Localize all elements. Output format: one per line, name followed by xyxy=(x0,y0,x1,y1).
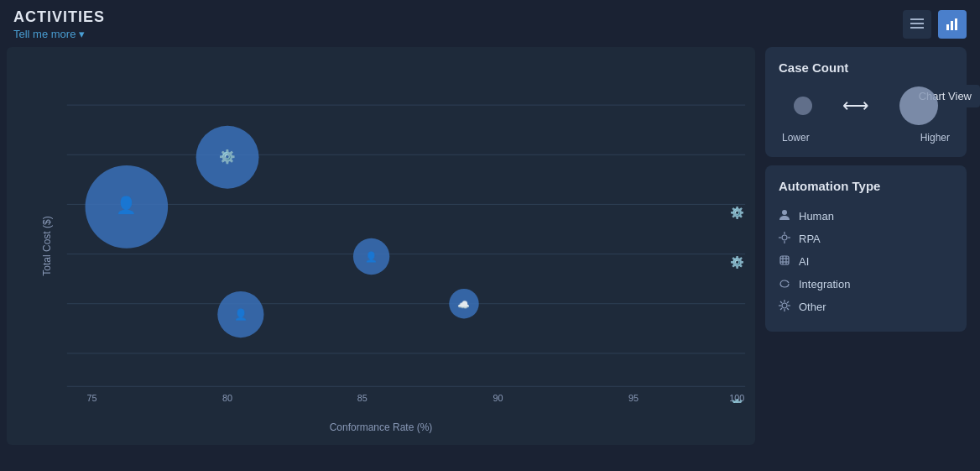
svg-text:⚙️: ⚙️ xyxy=(730,206,745,220)
svg-rect-1 xyxy=(910,23,924,24)
list-item: AI xyxy=(779,250,953,273)
automation-type-title: Automation Type xyxy=(779,179,953,193)
higher-label: Higher xyxy=(920,132,950,144)
other-label: Other xyxy=(799,301,826,313)
main-content: Total Cost ($) Conformance Rate (%) 1500… xyxy=(0,40,980,452)
svg-text:👤: 👤 xyxy=(116,195,137,215)
svg-point-40 xyxy=(782,235,787,240)
svg-text:👤: 👤 xyxy=(365,251,378,263)
list-item: Integration xyxy=(779,273,953,296)
svg-line-57 xyxy=(780,308,782,310)
arrow-line: ⟷ xyxy=(842,95,869,117)
sidebar: Case Count ⟷ Lower Higher Automation Typ… xyxy=(765,47,967,445)
svg-rect-45 xyxy=(780,256,789,264)
chart-container: Total Cost ($) Conformance Rate (%) 1500… xyxy=(7,47,755,445)
chart-view-button[interactable] xyxy=(938,10,967,39)
case-count-card: Case Count ⟷ Lower Higher xyxy=(765,47,967,157)
chart-icon xyxy=(946,18,959,31)
list-item: Human xyxy=(779,205,953,228)
svg-text:90: 90 xyxy=(493,393,503,403)
svg-point-39 xyxy=(782,210,787,215)
ai-icon xyxy=(779,254,790,269)
svg-point-50 xyxy=(782,303,787,308)
list-view-button[interactable] xyxy=(903,10,931,39)
svg-text:85: 85 xyxy=(357,393,368,403)
svg-text:☁️: ☁️ xyxy=(458,299,471,311)
svg-text:👤: 👤 xyxy=(234,308,248,322)
page-title: ACTIVITIES xyxy=(13,8,105,26)
automation-type-card: Automation Type Human RPA xyxy=(765,165,967,332)
svg-rect-2 xyxy=(910,27,924,29)
bubble-small xyxy=(794,97,812,115)
integration-icon xyxy=(779,277,790,291)
human-icon xyxy=(779,209,790,223)
tell-me-more-link[interactable]: Tell me more ▾ xyxy=(13,28,105,40)
list-item: Other xyxy=(779,296,953,318)
svg-line-55 xyxy=(780,301,782,303)
svg-text:⚙️: ⚙️ xyxy=(730,398,745,403)
svg-line-58 xyxy=(787,301,789,303)
ai-label: AI xyxy=(799,255,809,268)
integration-label: Integration xyxy=(799,278,850,290)
human-label: Human xyxy=(799,210,834,222)
case-count-title: Case Count xyxy=(779,60,953,75)
other-icon xyxy=(779,300,790,314)
rpa-icon xyxy=(779,232,790,246)
list-icon xyxy=(910,18,924,30)
svg-text:95: 95 xyxy=(628,393,639,403)
list-item: RPA xyxy=(779,228,953,250)
x-axis-label: Conformance Rate (%) xyxy=(330,421,433,433)
bubble-chart: 1500000 1250000 1000000 750000 500000 25… xyxy=(65,55,747,403)
bubble-labels: Lower Higher xyxy=(779,132,953,144)
svg-text:75: 75 xyxy=(86,393,96,403)
svg-text:80: 80 xyxy=(222,393,232,403)
lower-label: Lower xyxy=(782,132,810,144)
case-count-legend: ⟷ xyxy=(779,86,953,125)
rpa-label: RPA xyxy=(799,233,821,245)
svg-rect-0 xyxy=(910,18,924,20)
automation-list: Human RPA AI xyxy=(779,205,953,318)
header: ACTIVITIES Tell me more ▾ xyxy=(0,0,980,40)
bubble-large xyxy=(899,86,938,125)
svg-rect-5 xyxy=(955,18,957,30)
svg-text:⚙️: ⚙️ xyxy=(730,255,745,270)
header-right xyxy=(903,10,967,39)
svg-text:⚙️: ⚙️ xyxy=(219,149,236,165)
header-left: ACTIVITIES Tell me more ▾ xyxy=(13,8,105,40)
svg-rect-4 xyxy=(951,21,953,30)
y-axis-label: Total Cost ($) xyxy=(41,216,53,275)
svg-rect-3 xyxy=(946,24,949,30)
svg-line-56 xyxy=(787,308,789,310)
